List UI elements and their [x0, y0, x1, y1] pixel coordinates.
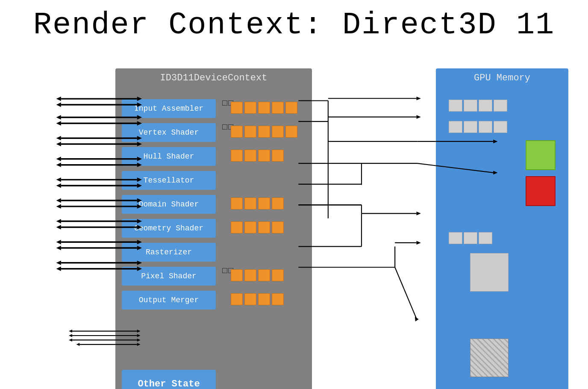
- resource-block: [244, 269, 256, 281]
- gpu-memory-label: GPU Memory: [436, 68, 568, 87]
- stage-output-merger[interactable]: Output Merger: [122, 291, 216, 309]
- resource-block: [258, 221, 270, 233]
- resource-block: [231, 126, 243, 138]
- svg-marker-59: [69, 334, 72, 337]
- svg-marker-65: [76, 343, 79, 346]
- gpu-resource: [479, 121, 492, 133]
- svg-marker-29: [56, 183, 61, 188]
- svg-line-93: [395, 267, 416, 318]
- stage-vertex-shader[interactable]: Vertex Shader: [122, 123, 216, 142]
- stage-pixel-shader[interactable]: Pixel Shader: [122, 267, 216, 286]
- resource-block: [285, 102, 297, 114]
- svg-marker-56: [69, 330, 72, 333]
- resource-block: [272, 197, 284, 209]
- svg-marker-32: [56, 198, 61, 203]
- resource-block: [231, 221, 243, 233]
- svg-marker-94: [415, 317, 419, 321]
- stage-tessellator[interactable]: Tessellator: [122, 171, 216, 190]
- svg-marker-41: [56, 225, 61, 229]
- svg-marker-8: [56, 115, 61, 119]
- svg-marker-38: [56, 219, 61, 223]
- resource-block: [244, 293, 256, 305]
- svg-marker-50: [56, 261, 61, 265]
- resource-block: [272, 126, 284, 138]
- stage-hull-shader[interactable]: Hull Shader: [122, 147, 216, 166]
- gpu-resource: [464, 121, 477, 133]
- svg-marker-5: [56, 103, 61, 107]
- gpu-green-resource: [526, 140, 556, 170]
- vs-resources: [231, 126, 297, 138]
- resource-block: [244, 221, 256, 233]
- gpu-resource: [479, 232, 492, 244]
- gpu-lightgray-resource: [470, 253, 509, 292]
- gpu-red-resource: [526, 176, 556, 206]
- om-resources: [231, 293, 284, 305]
- other-state-button[interactable]: Other State: [122, 370, 216, 389]
- resource-block: [258, 126, 270, 138]
- hs-resources: [231, 150, 284, 162]
- resource-block: [231, 293, 243, 305]
- gpu-resource: [464, 100, 477, 112]
- svg-marker-53: [56, 267, 61, 271]
- ds-resources: [231, 197, 284, 209]
- resource-block: [258, 293, 270, 305]
- svg-marker-35: [56, 204, 61, 209]
- ps-resources: [231, 269, 284, 281]
- stage-domain-shader[interactable]: Domain Shader: [122, 195, 216, 214]
- stage-input-assembler[interactable]: Input Assembler: [122, 99, 216, 118]
- svg-marker-92: [416, 241, 420, 245]
- svg-marker-62: [69, 339, 72, 342]
- gpu-res-row-2: [449, 121, 507, 133]
- stage-rasterizer[interactable]: Rasterizer: [122, 243, 216, 262]
- resource-block: [272, 150, 284, 162]
- gpu-resource: [449, 100, 462, 112]
- resource-block: [244, 197, 256, 209]
- gpu-res-row-3: [449, 232, 492, 244]
- resource-block: [258, 150, 270, 162]
- gpu-res-row-1: [449, 100, 507, 112]
- stage-geometry-shader[interactable]: Geometry Shader: [122, 219, 216, 238]
- svg-marker-23: [56, 162, 61, 167]
- gpu-resource: [479, 100, 492, 112]
- svg-marker-26: [56, 177, 61, 182]
- svg-marker-72: [416, 115, 420, 119]
- gpu-resource: [494, 121, 507, 133]
- svg-marker-47: [56, 246, 61, 250]
- resource-block: [231, 269, 243, 281]
- svg-marker-20: [56, 157, 61, 161]
- resource-block: [272, 293, 284, 305]
- resource-block: [258, 269, 270, 281]
- svg-marker-17: [56, 142, 61, 146]
- svg-marker-70: [416, 97, 420, 100]
- svg-marker-2: [56, 97, 61, 101]
- resource-block: [231, 150, 243, 162]
- resource-block: [272, 269, 284, 281]
- resource-block: [244, 150, 256, 162]
- svg-marker-14: [56, 136, 61, 140]
- device-context-label: ID3D11DeviceContext: [115, 68, 312, 87]
- resource-block: [244, 126, 256, 138]
- resource-block: [231, 102, 243, 114]
- resource-block: [258, 102, 270, 114]
- resource-block: [272, 102, 284, 114]
- page-title: Render Context: Direct3D 11: [0, 0, 588, 47]
- resource-block: [272, 221, 284, 233]
- gpu-resource: [449, 232, 462, 244]
- svg-marker-44: [56, 240, 61, 244]
- gpu-hatched-resource: [470, 339, 509, 377]
- svg-marker-85: [416, 212, 420, 215]
- resource-block: [285, 126, 297, 138]
- resource-block: [231, 197, 243, 209]
- svg-marker-11: [56, 121, 61, 125]
- gpu-resource: [464, 232, 477, 244]
- gs-resources: [231, 221, 284, 233]
- resource-block: [244, 102, 256, 114]
- gpu-resource: [449, 121, 462, 133]
- resource-block: [258, 197, 270, 209]
- gpu-resource: [494, 100, 507, 112]
- ia-resources: [231, 102, 297, 114]
